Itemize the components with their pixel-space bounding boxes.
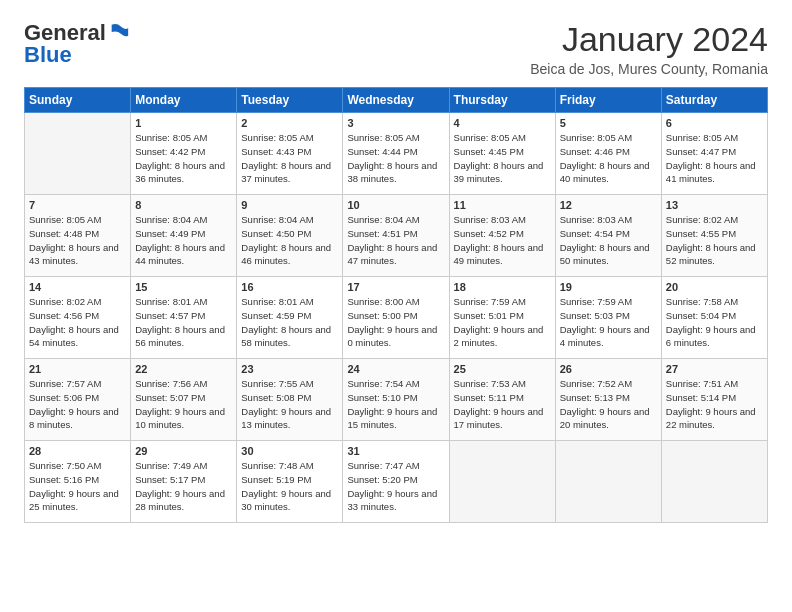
col-header-thursday: Thursday [449, 88, 555, 113]
day-info: Sunrise: 7:54 AMSunset: 5:10 PMDaylight:… [347, 378, 437, 430]
day-cell: 20Sunrise: 7:58 AMSunset: 5:04 PMDayligh… [661, 277, 767, 359]
month-title: January 2024 [530, 20, 768, 59]
day-info: Sunrise: 8:00 AMSunset: 5:00 PMDaylight:… [347, 296, 437, 348]
page: General Blue January 2024 Beica de Jos, … [0, 0, 792, 539]
day-cell: 25Sunrise: 7:53 AMSunset: 5:11 PMDayligh… [449, 359, 555, 441]
day-cell: 31Sunrise: 7:47 AMSunset: 5:20 PMDayligh… [343, 441, 449, 523]
day-number: 2 [241, 117, 338, 129]
day-info: Sunrise: 8:02 AMSunset: 4:55 PMDaylight:… [666, 214, 756, 266]
day-info: Sunrise: 8:04 AMSunset: 4:51 PMDaylight:… [347, 214, 437, 266]
col-header-sunday: Sunday [25, 88, 131, 113]
day-number: 18 [454, 281, 551, 293]
day-cell: 12Sunrise: 8:03 AMSunset: 4:54 PMDayligh… [555, 195, 661, 277]
day-cell: 24Sunrise: 7:54 AMSunset: 5:10 PMDayligh… [343, 359, 449, 441]
day-cell: 6Sunrise: 8:05 AMSunset: 4:47 PMDaylight… [661, 113, 767, 195]
day-cell: 1Sunrise: 8:05 AMSunset: 4:42 PMDaylight… [131, 113, 237, 195]
day-cell: 5Sunrise: 8:05 AMSunset: 4:46 PMDaylight… [555, 113, 661, 195]
day-cell [449, 441, 555, 523]
day-info: Sunrise: 8:05 AMSunset: 4:48 PMDaylight:… [29, 214, 119, 266]
day-number: 10 [347, 199, 444, 211]
header: General Blue January 2024 Beica de Jos, … [24, 20, 768, 77]
day-number: 1 [135, 117, 232, 129]
day-number: 6 [666, 117, 763, 129]
week-row-2: 7Sunrise: 8:05 AMSunset: 4:48 PMDaylight… [25, 195, 768, 277]
day-cell: 17Sunrise: 8:00 AMSunset: 5:00 PMDayligh… [343, 277, 449, 359]
week-row-5: 28Sunrise: 7:50 AMSunset: 5:16 PMDayligh… [25, 441, 768, 523]
col-header-friday: Friday [555, 88, 661, 113]
day-cell: 26Sunrise: 7:52 AMSunset: 5:13 PMDayligh… [555, 359, 661, 441]
header-row: SundayMondayTuesdayWednesdayThursdayFrid… [25, 88, 768, 113]
day-number: 15 [135, 281, 232, 293]
day-number: 20 [666, 281, 763, 293]
day-info: Sunrise: 7:49 AMSunset: 5:17 PMDaylight:… [135, 460, 225, 512]
day-info: Sunrise: 8:03 AMSunset: 4:54 PMDaylight:… [560, 214, 650, 266]
day-number: 14 [29, 281, 126, 293]
day-cell: 3Sunrise: 8:05 AMSunset: 4:44 PMDaylight… [343, 113, 449, 195]
day-info: Sunrise: 8:02 AMSunset: 4:56 PMDaylight:… [29, 296, 119, 348]
day-number: 4 [454, 117, 551, 129]
day-info: Sunrise: 7:51 AMSunset: 5:14 PMDaylight:… [666, 378, 756, 430]
day-info: Sunrise: 7:52 AMSunset: 5:13 PMDaylight:… [560, 378, 650, 430]
day-info: Sunrise: 8:05 AMSunset: 4:47 PMDaylight:… [666, 132, 756, 184]
day-info: Sunrise: 8:04 AMSunset: 4:49 PMDaylight:… [135, 214, 225, 266]
day-cell: 18Sunrise: 7:59 AMSunset: 5:01 PMDayligh… [449, 277, 555, 359]
day-number: 27 [666, 363, 763, 375]
logo-icon [108, 21, 130, 43]
day-cell: 21Sunrise: 7:57 AMSunset: 5:06 PMDayligh… [25, 359, 131, 441]
day-cell: 2Sunrise: 8:05 AMSunset: 4:43 PMDaylight… [237, 113, 343, 195]
day-number: 17 [347, 281, 444, 293]
day-info: Sunrise: 8:05 AMSunset: 4:46 PMDaylight:… [560, 132, 650, 184]
day-info: Sunrise: 8:05 AMSunset: 4:44 PMDaylight:… [347, 132, 437, 184]
day-info: Sunrise: 7:53 AMSunset: 5:11 PMDaylight:… [454, 378, 544, 430]
day-info: Sunrise: 7:58 AMSunset: 5:04 PMDaylight:… [666, 296, 756, 348]
col-header-monday: Monday [131, 88, 237, 113]
day-info: Sunrise: 7:48 AMSunset: 5:19 PMDaylight:… [241, 460, 331, 512]
day-number: 3 [347, 117, 444, 129]
day-info: Sunrise: 8:05 AMSunset: 4:45 PMDaylight:… [454, 132, 544, 184]
day-number: 11 [454, 199, 551, 211]
day-number: 31 [347, 445, 444, 457]
day-number: 12 [560, 199, 657, 211]
day-number: 7 [29, 199, 126, 211]
day-info: Sunrise: 7:50 AMSunset: 5:16 PMDaylight:… [29, 460, 119, 512]
week-row-3: 14Sunrise: 8:02 AMSunset: 4:56 PMDayligh… [25, 277, 768, 359]
day-cell: 11Sunrise: 8:03 AMSunset: 4:52 PMDayligh… [449, 195, 555, 277]
day-cell: 27Sunrise: 7:51 AMSunset: 5:14 PMDayligh… [661, 359, 767, 441]
calendar-table: SundayMondayTuesdayWednesdayThursdayFrid… [24, 87, 768, 523]
day-cell: 8Sunrise: 8:04 AMSunset: 4:49 PMDaylight… [131, 195, 237, 277]
day-info: Sunrise: 8:04 AMSunset: 4:50 PMDaylight:… [241, 214, 331, 266]
day-number: 28 [29, 445, 126, 457]
col-header-saturday: Saturday [661, 88, 767, 113]
day-info: Sunrise: 7:55 AMSunset: 5:08 PMDaylight:… [241, 378, 331, 430]
day-cell [25, 113, 131, 195]
day-info: Sunrise: 7:47 AMSunset: 5:20 PMDaylight:… [347, 460, 437, 512]
day-number: 22 [135, 363, 232, 375]
week-row-4: 21Sunrise: 7:57 AMSunset: 5:06 PMDayligh… [25, 359, 768, 441]
week-row-1: 1Sunrise: 8:05 AMSunset: 4:42 PMDaylight… [25, 113, 768, 195]
day-info: Sunrise: 8:01 AMSunset: 4:57 PMDaylight:… [135, 296, 225, 348]
day-number: 25 [454, 363, 551, 375]
col-header-tuesday: Tuesday [237, 88, 343, 113]
day-number: 8 [135, 199, 232, 211]
day-number: 24 [347, 363, 444, 375]
day-info: Sunrise: 7:59 AMSunset: 5:01 PMDaylight:… [454, 296, 544, 348]
day-cell [555, 441, 661, 523]
day-info: Sunrise: 8:01 AMSunset: 4:59 PMDaylight:… [241, 296, 331, 348]
day-cell: 14Sunrise: 8:02 AMSunset: 4:56 PMDayligh… [25, 277, 131, 359]
day-number: 13 [666, 199, 763, 211]
day-cell: 23Sunrise: 7:55 AMSunset: 5:08 PMDayligh… [237, 359, 343, 441]
logo: General Blue [24, 20, 130, 68]
day-number: 26 [560, 363, 657, 375]
day-info: Sunrise: 8:05 AMSunset: 4:43 PMDaylight:… [241, 132, 331, 184]
day-info: Sunrise: 7:56 AMSunset: 5:07 PMDaylight:… [135, 378, 225, 430]
day-number: 29 [135, 445, 232, 457]
day-info: Sunrise: 8:05 AMSunset: 4:42 PMDaylight:… [135, 132, 225, 184]
day-cell: 10Sunrise: 8:04 AMSunset: 4:51 PMDayligh… [343, 195, 449, 277]
day-cell: 15Sunrise: 8:01 AMSunset: 4:57 PMDayligh… [131, 277, 237, 359]
day-number: 30 [241, 445, 338, 457]
day-cell: 7Sunrise: 8:05 AMSunset: 4:48 PMDaylight… [25, 195, 131, 277]
day-number: 23 [241, 363, 338, 375]
day-cell: 9Sunrise: 8:04 AMSunset: 4:50 PMDaylight… [237, 195, 343, 277]
day-info: Sunrise: 8:03 AMSunset: 4:52 PMDaylight:… [454, 214, 544, 266]
day-cell: 22Sunrise: 7:56 AMSunset: 5:07 PMDayligh… [131, 359, 237, 441]
